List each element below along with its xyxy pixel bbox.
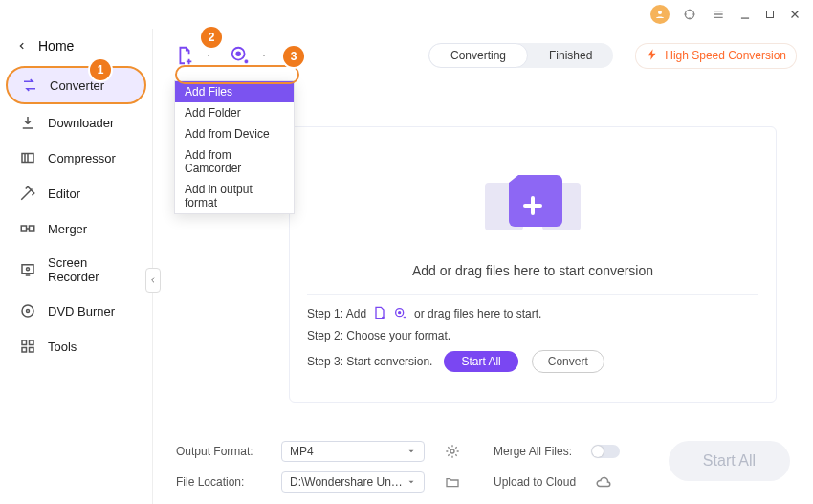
svg-point-19 bbox=[399, 312, 401, 314]
dropzone-headline: Add or drag files here to start conversi… bbox=[307, 263, 758, 278]
sidebar-item-converter[interactable]: Converter bbox=[6, 66, 146, 104]
sidebar-item-screen-recorder[interactable]: Screen Recorder bbox=[6, 247, 146, 293]
step-1: Step 1: Add or drag files here to start. bbox=[307, 306, 758, 321]
dropdown-item-add-files[interactable]: Add Files bbox=[175, 81, 294, 102]
output-settings-icon[interactable] bbox=[444, 443, 461, 460]
start-all-button[interactable]: Start All bbox=[669, 441, 790, 481]
svg-rect-4 bbox=[21, 226, 26, 231]
sidebar-item-merger[interactable]: Merger bbox=[6, 211, 146, 246]
annotation-badge-2: 2 bbox=[201, 27, 222, 48]
svg-point-0 bbox=[658, 11, 662, 14]
svg-rect-10 bbox=[22, 340, 27, 345]
dropdown-item-add-from-device[interactable]: Add from Device bbox=[175, 123, 294, 144]
step-2: Step 2: Choose your format. bbox=[307, 329, 758, 342]
sidebar-item-label: Editor bbox=[48, 186, 80, 201]
maximize-button[interactable] bbox=[763, 8, 777, 21]
sidebar-item-label: Compressor bbox=[48, 151, 116, 165]
add-disc-dropdown-caret[interactable] bbox=[260, 52, 268, 59]
lightning-icon bbox=[646, 48, 659, 64]
svg-rect-5 bbox=[30, 226, 34, 231]
sidebar-item-label: Converter bbox=[50, 78, 104, 93]
sidebar-item-label: Merger bbox=[48, 222, 87, 236]
menu-icon[interactable] bbox=[710, 6, 727, 23]
tools-icon bbox=[19, 338, 36, 355]
back-icon bbox=[17, 38, 27, 54]
add-file-mini-icon[interactable] bbox=[372, 306, 387, 321]
file-location-value: D:\Wondershare UniConverter 1 bbox=[290, 475, 405, 489]
svg-rect-11 bbox=[30, 340, 34, 345]
sidebar-item-tools[interactable]: Tools bbox=[6, 329, 146, 363]
svg-point-9 bbox=[27, 310, 30, 313]
sidebar: Home Converter Downloader Compressor Edi… bbox=[0, 29, 153, 504]
dropdown-item-add-folder[interactable]: Add Folder bbox=[175, 102, 294, 123]
titlebar bbox=[0, 0, 813, 29]
svg-point-1 bbox=[685, 10, 693, 18]
high-speed-badge[interactable]: High Speed Conversion bbox=[636, 44, 796, 68]
sidebar-item-label: Screen Recorder bbox=[48, 255, 133, 284]
svg-rect-12 bbox=[22, 348, 27, 353]
sidebar-item-dvd-burner[interactable]: DVD Burner bbox=[6, 294, 146, 328]
step3-text: Step 3: Start conversion. bbox=[307, 355, 432, 368]
file-location-select[interactable]: D:\Wondershare UniConverter 1 bbox=[281, 471, 425, 493]
dropzone[interactable]: Add or drag files here to start conversi… bbox=[289, 126, 777, 403]
sidebar-item-label: Downloader bbox=[48, 116, 114, 130]
sidebar-item-label: Tools bbox=[48, 340, 77, 354]
minimize-button[interactable] bbox=[738, 8, 752, 21]
dropdown-item-add-in-output-format[interactable]: Add in output format bbox=[175, 179, 294, 213]
svg-rect-13 bbox=[30, 348, 34, 353]
tab-finished[interactable]: Finished bbox=[528, 43, 613, 68]
tab-converting[interactable]: Converting bbox=[428, 43, 528, 68]
step-3: Step 3: Start conversion. Start All Conv… bbox=[307, 350, 758, 373]
annotation-badge-1: 1 bbox=[90, 59, 111, 80]
annotation-badge-3: 3 bbox=[283, 46, 304, 67]
user-avatar-icon[interactable] bbox=[650, 5, 670, 24]
screen-recorder-icon bbox=[19, 261, 36, 278]
dropzone-illustration bbox=[307, 144, 758, 259]
status-tabs: Converting Finished bbox=[428, 43, 613, 68]
compressor-icon bbox=[19, 149, 36, 166]
sidebar-item-editor[interactable]: Editor bbox=[6, 176, 146, 210]
home-label: Home bbox=[38, 38, 74, 54]
output-format-select[interactable]: MP4 bbox=[281, 441, 425, 462]
convert-button[interactable]: Convert bbox=[532, 350, 604, 373]
output-format-label: Output Format: bbox=[176, 445, 262, 458]
downloader-icon bbox=[19, 114, 36, 131]
cloud-icon[interactable] bbox=[595, 473, 612, 491]
add-file-button[interactable] bbox=[174, 45, 195, 66]
close-button[interactable] bbox=[788, 8, 802, 21]
start-all-small-button[interactable]: Start All bbox=[444, 351, 517, 372]
converter-icon bbox=[21, 77, 38, 94]
merger-icon bbox=[19, 220, 36, 237]
svg-rect-6 bbox=[22, 265, 33, 274]
sidebar-item-label: DVD Burner bbox=[48, 304, 115, 318]
add-file-dropdown-menu: Add Files Add Folder Add from Device Add… bbox=[174, 80, 295, 214]
step1-prefix: Step 1: Add bbox=[307, 307, 366, 320]
upload-cloud-label: Upload to Cloud bbox=[494, 475, 576, 489]
high-speed-label: High Speed Conversion bbox=[665, 49, 786, 62]
svg-point-15 bbox=[236, 52, 240, 55]
add-disc-button[interactable] bbox=[230, 45, 251, 66]
file-location-label: File Location: bbox=[176, 475, 262, 489]
output-format-value: MP4 bbox=[290, 445, 314, 458]
sidebar-item-compressor[interactable]: Compressor bbox=[6, 141, 146, 175]
add-file-dropdown-caret[interactable] bbox=[205, 52, 212, 59]
svg-point-7 bbox=[27, 268, 30, 271]
open-folder-icon[interactable] bbox=[444, 473, 461, 491]
merge-label: Merge All Files: bbox=[494, 445, 572, 458]
support-icon[interactable] bbox=[681, 6, 698, 23]
step1-suffix: or drag files here to start. bbox=[414, 307, 541, 320]
divider bbox=[307, 294, 758, 295]
dropdown-item-add-from-camcorder[interactable]: Add from Camcorder bbox=[175, 144, 294, 179]
sidebar-item-downloader[interactable]: Downloader bbox=[6, 105, 146, 140]
add-disc-mini-icon[interactable] bbox=[393, 306, 408, 321]
editor-icon bbox=[19, 185, 36, 202]
svg-rect-2 bbox=[767, 11, 774, 18]
home-nav[interactable]: Home bbox=[0, 33, 152, 65]
dvd-icon bbox=[19, 302, 36, 319]
svg-point-20 bbox=[450, 449, 454, 453]
main-panel: Converting Finished High Speed Conversio… bbox=[153, 29, 813, 504]
merge-toggle[interactable] bbox=[591, 445, 620, 458]
svg-point-8 bbox=[22, 305, 33, 317]
toolbar: Converting Finished High Speed Conversio… bbox=[174, 38, 796, 73]
